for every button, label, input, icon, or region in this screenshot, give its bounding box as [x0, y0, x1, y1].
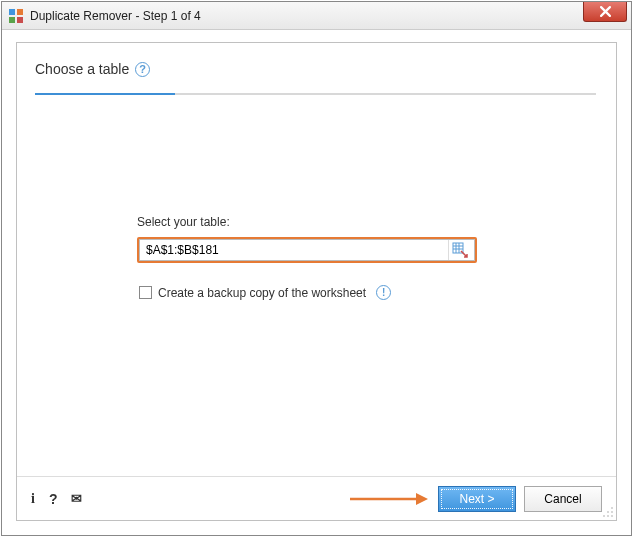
range-input[interactable] — [144, 240, 448, 260]
svg-point-12 — [607, 511, 609, 513]
backup-option-row: Create a backup copy of the worksheet ! — [137, 285, 586, 300]
resize-grip[interactable] — [602, 506, 614, 518]
app-icon — [8, 8, 24, 24]
svg-point-13 — [611, 511, 613, 513]
help-icon[interactable]: ? — [135, 62, 150, 77]
svg-rect-1 — [17, 9, 23, 15]
wizard-header: Choose a table ? — [17, 43, 616, 105]
range-picker-icon — [452, 242, 468, 258]
wizard-body: Select your table: — [17, 105, 616, 300]
backup-checkbox[interactable] — [139, 286, 152, 299]
range-input-group — [137, 237, 477, 263]
feedback-icon[interactable]: ✉ — [71, 491, 82, 507]
svg-rect-0 — [9, 9, 15, 15]
svg-point-15 — [607, 515, 609, 517]
about-icon[interactable]: i — [31, 491, 35, 507]
next-button[interactable]: Next > — [438, 486, 516, 512]
close-button[interactable] — [583, 2, 627, 22]
range-label: Select your table: — [137, 215, 586, 229]
cancel-button[interactable]: Cancel — [524, 486, 602, 512]
content-panel: Choose a table ? Select your table: — [16, 42, 617, 521]
svg-rect-3 — [17, 17, 23, 23]
svg-point-16 — [611, 515, 613, 517]
window-title: Duplicate Remover - Step 1 of 4 — [30, 9, 201, 23]
titlebar[interactable]: Duplicate Remover - Step 1 of 4 — [2, 2, 631, 30]
footer-buttons: Next > Cancel — [348, 486, 602, 512]
svg-point-11 — [611, 507, 613, 509]
footer-tools: i ? ✉ — [31, 491, 82, 507]
backup-label[interactable]: Create a backup copy of the worksheet — [158, 286, 366, 300]
range-picker-button[interactable] — [448, 240, 470, 260]
svg-marker-10 — [416, 493, 428, 505]
close-icon — [600, 6, 611, 17]
wizard-footer: i ? ✉ Next > Cancel — [17, 476, 616, 520]
svg-point-14 — [603, 515, 605, 517]
arrow-annotation — [348, 489, 428, 509]
progress-fill — [35, 93, 175, 95]
svg-rect-2 — [9, 17, 15, 23]
step-heading: Choose a table — [35, 61, 129, 77]
info-icon[interactable]: ! — [376, 285, 391, 300]
dialog-window: Duplicate Remover - Step 1 of 4 Choose a… — [1, 1, 632, 536]
progress-bar — [35, 93, 596, 95]
help-footer-icon[interactable]: ? — [49, 491, 58, 507]
